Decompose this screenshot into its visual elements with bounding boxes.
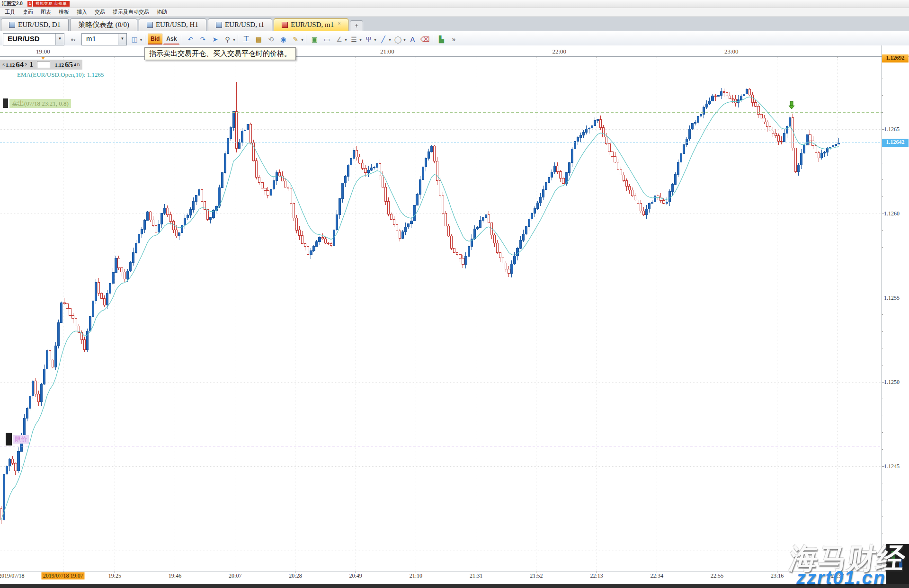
- price-axis-label: 1.1245: [884, 463, 900, 470]
- hlines-icon[interactable]: ☰: [348, 34, 359, 45]
- tab-chart-icon: [147, 22, 153, 28]
- time-axis-top-label: 21:00: [380, 48, 394, 55]
- pencil-icon[interactable]: ✎: [290, 34, 301, 45]
- eraser-icon[interactable]: ⌫: [419, 34, 430, 45]
- tab-chart-icon: [9, 22, 15, 28]
- chart-frame-icon[interactable]: ◫: [129, 34, 140, 45]
- promo-badge[interactable]: 1 模拟交易 市价单: [27, 1, 70, 7]
- tab-0[interactable]: EUR/USD, D1: [1, 18, 69, 31]
- sell-price-big: 64: [16, 61, 24, 69]
- ask-button[interactable]: Ask: [163, 34, 179, 45]
- line-icon-caret[interactable]: ▾: [389, 38, 391, 42]
- badge-text: 模拟交易 市价单: [33, 1, 69, 7]
- pencil-icon-caret[interactable]: ▾: [301, 38, 303, 42]
- app-title: 汇图宝2.0: [2, 0, 23, 7]
- sell-price-small: 1.12: [6, 62, 15, 68]
- magnifier-icon[interactable]: ⚲: [222, 34, 233, 45]
- chart-frame-icon-caret[interactable]: ▾: [140, 38, 142, 42]
- pitchfork-icon[interactable]: Ψ: [363, 34, 374, 45]
- undo-icon[interactable]: ↶: [185, 34, 196, 45]
- tab-4[interactable]: EUR/USD, m1×: [274, 18, 348, 31]
- candlestick-chart[interactable]: [0, 45, 909, 588]
- menu-item-0[interactable]: 工具: [1, 9, 19, 16]
- bid-tooltip: 指示卖出交易开仓、买入交易平仓时的价格。: [144, 47, 296, 60]
- buy-price-small: 1.12: [55, 62, 64, 68]
- menu-item-1[interactable]: 桌面: [19, 9, 37, 16]
- indicator-icon[interactable]: ▙: [436, 34, 447, 45]
- hlines-icon-caret[interactable]: ▾: [359, 38, 361, 42]
- note-icon[interactable]: ▤: [253, 34, 264, 45]
- price-axis-label: 1.1255: [884, 294, 900, 302]
- tab-1[interactable]: 策略仪表盘 (0/0): [70, 18, 137, 31]
- magnifier-icon-caret[interactable]: ▾: [233, 38, 235, 42]
- globe-icon[interactable]: ◉: [277, 34, 289, 45]
- trendline-icon[interactable]: ∠: [333, 34, 345, 45]
- menu-item-2[interactable]: 图表: [37, 9, 55, 16]
- toolbar-separator: [306, 35, 306, 44]
- trendline-icon-caret[interactable]: ▾: [345, 38, 347, 42]
- sell-order-text: 卖出(07/18 23:21, 0.8): [9, 99, 71, 108]
- redo-icon[interactable]: ↷: [197, 34, 208, 45]
- ellipse-icon-caret[interactable]: ▾: [403, 38, 405, 42]
- price-axis-label: 1.1260: [884, 210, 900, 217]
- ask-price-box: 1.12692: [882, 54, 909, 62]
- time-axis-bottom-label: 2019/07/18 19:07: [42, 572, 85, 579]
- panel-icon[interactable]: ▭: [321, 34, 332, 45]
- ellipse-icon[interactable]: ◯: [392, 34, 403, 45]
- menu-item-7[interactable]: 协助: [153, 9, 171, 16]
- time-axis-bottom-label: 2019/07/18: [0, 572, 25, 579]
- buy-price-pip: 4: [74, 62, 76, 67]
- symbol-combo-value: EUR/USD: [3, 34, 55, 45]
- chart-area[interactable]: 19:0020:0021:0022:0023:001.12651.12601.1…: [0, 45, 909, 588]
- time-axis-bottom-label: 21:52: [530, 572, 543, 579]
- image-icon[interactable]: ▣: [309, 34, 320, 45]
- watermark-url: zzrt01.cn: [796, 567, 886, 588]
- menu-item-5[interactable]: 交易: [91, 9, 109, 16]
- symbol-combo[interactable]: EUR/USD ▼: [3, 33, 64, 45]
- line-icon[interactable]: ╱: [377, 34, 389, 45]
- tab-label: +: [355, 22, 358, 30]
- symbol-combo-arrow-icon[interactable]: ▼: [55, 34, 64, 45]
- timeframe-combo[interactable]: m1 ▼: [81, 33, 127, 45]
- tab-chart-icon: [216, 22, 222, 28]
- limit-order-text: 限价: [13, 435, 29, 444]
- limit-order-label[interactable]: 限价: [6, 433, 29, 445]
- toolbar: EUR/USD ▼ ●▾ m1 ▼ ◫▾BidAsk↶↷➤⚲▾工▤⟲◉✎▾▣▭∠…: [0, 31, 909, 47]
- toolbar-separator: [182, 35, 182, 44]
- sell-letter: S: [2, 62, 5, 67]
- timeframe-combo-arrow-icon[interactable]: ▼: [118, 34, 126, 45]
- status-strip: [0, 584, 909, 588]
- sell-order-label[interactable]: 卖出(07/18 23:21, 0.8): [3, 98, 71, 108]
- volume-input[interactable]: [37, 61, 50, 68]
- menu-item-3[interactable]: 模板: [55, 9, 73, 16]
- candle-icon: [6, 433, 12, 445]
- toolbar-separator: [433, 35, 433, 44]
- link-icon[interactable]: ⟲: [265, 34, 276, 45]
- time-axis-bottom-label: 20:28: [289, 572, 302, 579]
- new-tab-button[interactable]: +: [350, 20, 363, 31]
- tab-label: EUR/USD, H1: [156, 21, 198, 29]
- time-axis-bottom-label: 22:13: [590, 572, 603, 579]
- text-icon[interactable]: A: [407, 34, 418, 45]
- toolbar-items: ◫▾BidAsk↶↷➤⚲▾工▤⟲◉✎▾▣▭∠▾☰▾Ψ▾╱▾◯▾A⌫▙»: [129, 34, 459, 45]
- buy-letter: B: [77, 62, 80, 67]
- cursor-icon[interactable]: ➤: [209, 34, 221, 45]
- time-axis-bottom-label: 19:25: [108, 572, 121, 579]
- time-axis-bottom-label: 22:34: [651, 572, 663, 579]
- menu-item-6[interactable]: 提示及自动交易: [109, 9, 153, 16]
- time-axis-top-label: 19:00: [36, 48, 50, 55]
- ema-indicator-label: EMA(EUR/USD.Open,10): 1.1265: [17, 71, 104, 79]
- tab-3[interactable]: EUR/USD, t1: [208, 18, 272, 31]
- trading-app-window: 汇图宝2.0 1 模拟交易 市价单 工具桌面图表模板插入交易提示及自动交易协助 …: [0, 0, 909, 588]
- ibeam-icon[interactable]: 工: [241, 34, 252, 45]
- menu-item-4[interactable]: 插入: [73, 9, 91, 16]
- sell-marker-arrow-icon: [789, 101, 794, 109]
- pitchfork-icon-caret[interactable]: ▾: [374, 38, 376, 42]
- overflow-icon[interactable]: »: [448, 34, 459, 45]
- tab-label: EUR/USD, t1: [225, 21, 264, 29]
- chart-profile-icon[interactable]: ●▾: [66, 36, 80, 42]
- tab-close-icon[interactable]: ×: [338, 20, 340, 26]
- tab-2[interactable]: EUR/USD, H1: [139, 18, 206, 31]
- bid-button[interactable]: Bid: [148, 34, 162, 45]
- price-axis-label: 1.1265: [884, 126, 900, 133]
